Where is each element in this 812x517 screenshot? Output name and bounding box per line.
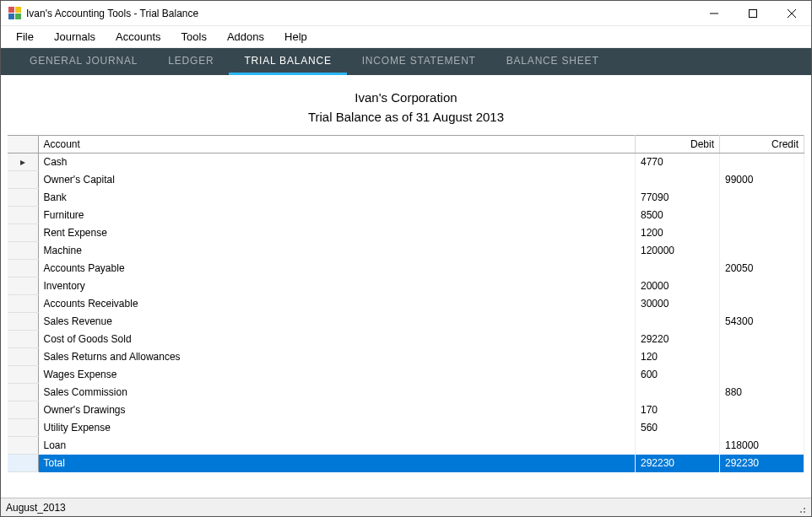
cell-debit[interactable]: [636, 171, 720, 189]
cell-account[interactable]: Sales Commission: [38, 384, 636, 401]
table-row[interactable]: Sales Revenue54300: [8, 313, 804, 331]
minimize-icon: [710, 9, 718, 18]
cell-debit[interactable]: 120000: [636, 242, 720, 260]
cell-account[interactable]: Machine: [38, 242, 636, 260]
cell-account[interactable]: Accounts Receivable: [38, 295, 636, 313]
cell-debit[interactable]: [636, 437, 720, 455]
cell-account[interactable]: Owner's Drawings: [38, 401, 636, 419]
row-indicator: [8, 366, 38, 384]
menu-help[interactable]: Help: [274, 27, 317, 46]
table-row-total[interactable]: Total292230292230: [8, 455, 804, 472]
cell-account[interactable]: Utility Expense: [38, 419, 636, 437]
table-row[interactable]: Wages Expense600: [8, 366, 804, 384]
table-row[interactable]: Machine120000: [8, 242, 804, 260]
col-debit[interactable]: Debit: [636, 136, 720, 153]
cell-account[interactable]: Cost of Goods Sold: [38, 331, 636, 348]
cell-account[interactable]: Cash: [38, 153, 636, 171]
table-row[interactable]: Cost of Goods Sold29220: [8, 331, 804, 348]
menu-addons[interactable]: Addons: [217, 27, 274, 46]
table-row[interactable]: Accounts Payable20050: [8, 260, 804, 277]
cell-debit[interactable]: 120: [636, 348, 720, 366]
tab-ledger[interactable]: LEDGER: [153, 48, 229, 75]
row-indicator: [8, 224, 38, 242]
cell-debit[interactable]: 292230: [636, 455, 720, 472]
cell-credit[interactable]: 880: [720, 384, 804, 401]
cell-debit[interactable]: [636, 260, 720, 277]
cell-credit[interactable]: [720, 153, 804, 171]
cell-account[interactable]: Sales Revenue: [38, 313, 636, 331]
cell-account[interactable]: Total: [38, 455, 636, 472]
cell-credit[interactable]: [720, 207, 804, 224]
cell-debit[interactable]: [636, 313, 720, 331]
table-row[interactable]: Rent Expense1200: [8, 224, 804, 242]
cell-debit[interactable]: 600: [636, 366, 720, 384]
tab-balance-sheet[interactable]: BALANCE SHEET: [491, 48, 614, 75]
maximize-icon: [749, 9, 757, 18]
cell-debit[interactable]: 560: [636, 419, 720, 437]
cell-debit[interactable]: 170: [636, 401, 720, 419]
cell-credit[interactable]: 20050: [720, 260, 804, 277]
menu-tools[interactable]: Tools: [171, 27, 217, 46]
cell-account[interactable]: Accounts Payable: [38, 260, 636, 277]
menu-file[interactable]: File: [6, 27, 44, 46]
cell-credit[interactable]: 292230: [720, 455, 804, 472]
table-row[interactable]: Sales Commission880: [8, 384, 804, 401]
col-credit[interactable]: Credit: [720, 136, 804, 153]
row-indicator: [8, 260, 38, 277]
cell-debit[interactable]: 4770: [636, 153, 720, 171]
minimize-button[interactable]: [695, 1, 734, 26]
cell-credit[interactable]: [720, 366, 804, 384]
cell-debit[interactable]: 8500: [636, 207, 720, 224]
cell-account[interactable]: Inventory: [38, 277, 636, 295]
row-indicator: [8, 455, 38, 472]
close-button[interactable]: [772, 1, 811, 26]
cell-account[interactable]: Bank: [38, 189, 636, 207]
table-row[interactable]: Accounts Receivable30000: [8, 295, 804, 313]
trial-balance-grid[interactable]: Account Debit Credit ▸Cash4770Owner's Ca…: [8, 135, 804, 472]
cell-credit[interactable]: [720, 348, 804, 366]
cell-account[interactable]: Loan: [38, 437, 636, 455]
menu-accounts[interactable]: Accounts: [106, 27, 171, 46]
cell-credit[interactable]: [720, 189, 804, 207]
cell-credit[interactable]: 118000: [720, 437, 804, 455]
cell-debit[interactable]: 1200: [636, 224, 720, 242]
navtabs: GENERAL JOURNAL LEDGER TRIAL BALANCE INC…: [1, 48, 811, 75]
tab-income-statement[interactable]: INCOME STATEMENT: [347, 48, 491, 75]
table-row[interactable]: Owner's Drawings170: [8, 401, 804, 419]
cell-account[interactable]: Wages Expense: [38, 366, 636, 384]
col-account[interactable]: Account: [38, 136, 636, 153]
cell-credit[interactable]: [720, 277, 804, 295]
row-indicator: ▸: [8, 153, 38, 171]
maximize-button[interactable]: [734, 1, 772, 26]
cell-debit[interactable]: 77090: [636, 189, 720, 207]
table-row[interactable]: Sales Returns and Allowances120: [8, 348, 804, 366]
cell-account[interactable]: Rent Expense: [38, 224, 636, 242]
table-row[interactable]: Utility Expense560: [8, 419, 804, 437]
cell-account[interactable]: Owner's Capital: [38, 171, 636, 189]
cell-account[interactable]: Furniture: [38, 207, 636, 224]
table-row[interactable]: Inventory20000: [8, 277, 804, 295]
tab-trial-balance[interactable]: TRIAL BALANCE: [229, 48, 346, 75]
table-row[interactable]: ▸Cash4770: [8, 153, 804, 171]
cell-credit[interactable]: [720, 419, 804, 437]
cell-credit[interactable]: 54300: [720, 313, 804, 331]
table-row[interactable]: Owner's Capital99000: [8, 171, 804, 189]
cell-credit[interactable]: [720, 224, 804, 242]
cell-account[interactable]: Sales Returns and Allowances: [38, 348, 636, 366]
cell-debit[interactable]: 30000: [636, 295, 720, 313]
cell-credit[interactable]: [720, 242, 804, 260]
resize-grip-icon[interactable]: [794, 502, 806, 514]
cell-debit[interactable]: [636, 384, 720, 401]
cell-credit[interactable]: [720, 401, 804, 419]
menu-journals[interactable]: Journals: [44, 27, 106, 46]
cell-debit[interactable]: 20000: [636, 277, 720, 295]
table-row[interactable]: Furniture8500: [8, 207, 804, 224]
cell-debit[interactable]: 29220: [636, 331, 720, 348]
tab-general-journal[interactable]: GENERAL JOURNAL: [14, 48, 153, 75]
cell-credit[interactable]: [720, 295, 804, 313]
table-row[interactable]: Loan118000: [8, 437, 804, 455]
cell-credit[interactable]: 99000: [720, 171, 804, 189]
row-indicator: [8, 295, 38, 313]
cell-credit[interactable]: [720, 331, 804, 348]
table-row[interactable]: Bank77090: [8, 189, 804, 207]
